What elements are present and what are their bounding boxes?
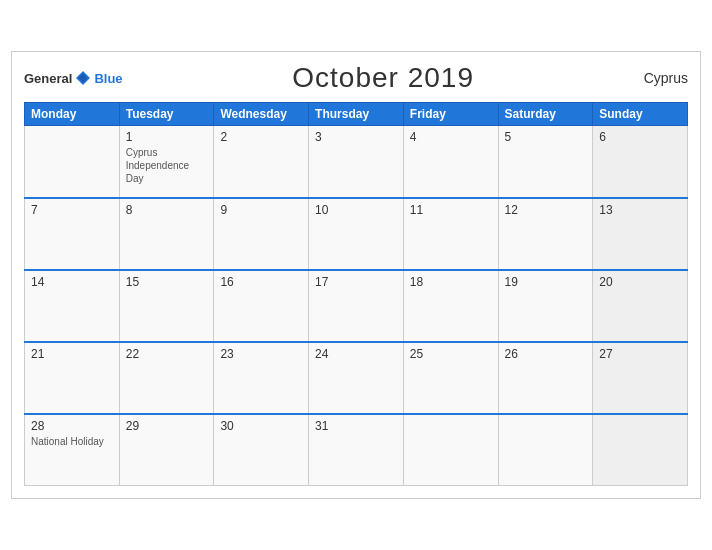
day-number: 17 — [315, 275, 397, 289]
day-number: 20 — [599, 275, 681, 289]
calendar-day-cell: 20 — [593, 270, 688, 342]
day-number: 12 — [505, 203, 587, 217]
calendar-day-cell — [403, 414, 498, 486]
calendar-day-cell: 24 — [309, 342, 404, 414]
logo: General Blue — [24, 69, 123, 87]
day-number: 3 — [315, 130, 397, 144]
calendar-day-cell — [498, 414, 593, 486]
day-number: 30 — [220, 419, 302, 433]
calendar-week-row: 78910111213 — [25, 198, 688, 270]
day-number: 21 — [31, 347, 113, 361]
calendar-day-cell: 11 — [403, 198, 498, 270]
calendar-day-cell: 31 — [309, 414, 404, 486]
day-number: 8 — [126, 203, 208, 217]
day-number: 26 — [505, 347, 587, 361]
day-number: 11 — [410, 203, 492, 217]
day-number: 29 — [126, 419, 208, 433]
logo-general-text: General — [24, 71, 72, 86]
calendar-header: General Blue October 2019 Cyprus — [24, 62, 688, 94]
calendar-day-cell: 16 — [214, 270, 309, 342]
calendar-day-cell: 7 — [25, 198, 120, 270]
country-name: Cyprus — [644, 70, 688, 86]
header-tuesday: Tuesday — [119, 103, 214, 126]
calendar-table: Monday Tuesday Wednesday Thursday Friday… — [24, 102, 688, 486]
calendar-day-cell: 8 — [119, 198, 214, 270]
calendar-day-cell: 29 — [119, 414, 214, 486]
calendar-day-cell: 2 — [214, 126, 309, 198]
day-number: 16 — [220, 275, 302, 289]
day-number: 4 — [410, 130, 492, 144]
holiday-text: Cyprus Independence Day — [126, 146, 208, 185]
day-number: 7 — [31, 203, 113, 217]
day-number: 31 — [315, 419, 397, 433]
calendar-day-cell: 5 — [498, 126, 593, 198]
month-title: October 2019 — [292, 62, 474, 94]
calendar-week-row: 1Cyprus Independence Day23456 — [25, 126, 688, 198]
calendar-day-cell: 30 — [214, 414, 309, 486]
calendar-day-cell: 6 — [593, 126, 688, 198]
holiday-text: National Holiday — [31, 435, 113, 448]
calendar-day-cell: 18 — [403, 270, 498, 342]
day-number: 19 — [505, 275, 587, 289]
calendar-day-cell: 27 — [593, 342, 688, 414]
day-number: 1 — [126, 130, 208, 144]
calendar-day-cell: 10 — [309, 198, 404, 270]
calendar-day-cell: 3 — [309, 126, 404, 198]
calendar-day-cell: 9 — [214, 198, 309, 270]
day-number: 25 — [410, 347, 492, 361]
day-number: 14 — [31, 275, 113, 289]
day-number: 6 — [599, 130, 681, 144]
header-friday: Friday — [403, 103, 498, 126]
calendar-day-cell — [593, 414, 688, 486]
header-monday: Monday — [25, 103, 120, 126]
calendar-day-cell: 25 — [403, 342, 498, 414]
calendar-day-cell: 22 — [119, 342, 214, 414]
day-number: 15 — [126, 275, 208, 289]
calendar-day-cell: 15 — [119, 270, 214, 342]
weekday-header-row: Monday Tuesday Wednesday Thursday Friday… — [25, 103, 688, 126]
day-number: 10 — [315, 203, 397, 217]
header-thursday: Thursday — [309, 103, 404, 126]
logo-flag-icon — [74, 69, 92, 87]
calendar-week-row: 14151617181920 — [25, 270, 688, 342]
calendar-day-cell: 1Cyprus Independence Day — [119, 126, 214, 198]
calendar-day-cell — [25, 126, 120, 198]
calendar-header-row: Monday Tuesday Wednesday Thursday Friday… — [25, 103, 688, 126]
calendar-day-cell: 12 — [498, 198, 593, 270]
calendar-day-cell: 4 — [403, 126, 498, 198]
calendar-day-cell: 28National Holiday — [25, 414, 120, 486]
calendar-container: General Blue October 2019 Cyprus Monday … — [11, 51, 701, 499]
day-number: 5 — [505, 130, 587, 144]
header-sunday: Sunday — [593, 103, 688, 126]
logo-blue-text: Blue — [94, 71, 122, 86]
day-number: 13 — [599, 203, 681, 217]
day-number: 22 — [126, 347, 208, 361]
header-wednesday: Wednesday — [214, 103, 309, 126]
day-number: 27 — [599, 347, 681, 361]
day-number: 28 — [31, 419, 113, 433]
calendar-day-cell: 19 — [498, 270, 593, 342]
calendar-day-cell: 26 — [498, 342, 593, 414]
day-number: 18 — [410, 275, 492, 289]
calendar-day-cell: 14 — [25, 270, 120, 342]
calendar-body: 1Cyprus Independence Day2345678910111213… — [25, 126, 688, 486]
day-number: 24 — [315, 347, 397, 361]
calendar-week-row: 21222324252627 — [25, 342, 688, 414]
calendar-day-cell: 17 — [309, 270, 404, 342]
day-number: 2 — [220, 130, 302, 144]
day-number: 23 — [220, 347, 302, 361]
calendar-day-cell: 23 — [214, 342, 309, 414]
calendar-week-row: 28National Holiday293031 — [25, 414, 688, 486]
calendar-day-cell: 13 — [593, 198, 688, 270]
day-number: 9 — [220, 203, 302, 217]
header-saturday: Saturday — [498, 103, 593, 126]
calendar-day-cell: 21 — [25, 342, 120, 414]
